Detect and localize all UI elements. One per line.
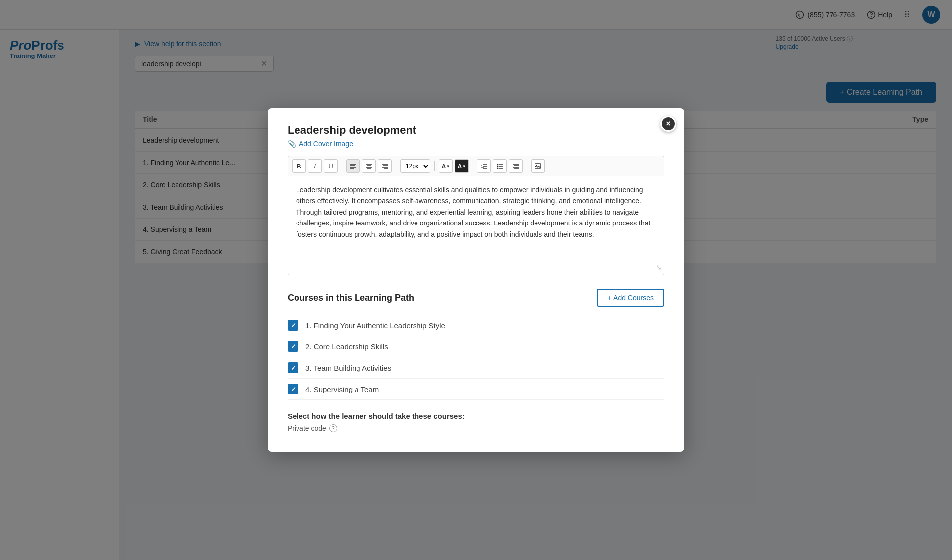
modal-close-button[interactable]: × xyxy=(660,116,676,132)
svg-point-19 xyxy=(497,164,499,166)
align-center-button[interactable] xyxy=(362,159,376,173)
learner-section: Select how the learner should take these… xyxy=(288,412,664,432)
svg-point-20 xyxy=(497,166,499,168)
separator xyxy=(473,161,473,171)
add-courses-button[interactable]: + Add Courses xyxy=(597,289,664,307)
align-left-button[interactable] xyxy=(346,159,360,173)
course-checkbox-2[interactable]: ✓ xyxy=(288,341,298,352)
svg-point-21 xyxy=(497,168,499,169)
course-item-2: ✓ 2. Core Leadership Skills xyxy=(288,336,664,357)
underline-button[interactable]: U xyxy=(324,159,338,173)
font-color-button[interactable]: A▼ xyxy=(439,159,453,173)
course-item-4: ✓ 4. Supervising a Team xyxy=(288,379,664,400)
modal-dialog: × Leadership development 📎 Add Cover Ima… xyxy=(268,108,684,452)
font-bg-color-button[interactable]: A▼ xyxy=(455,159,469,173)
add-cover-image[interactable]: 📎 Add Cover Image xyxy=(288,140,664,148)
separator xyxy=(434,161,435,171)
separator xyxy=(342,161,342,171)
italic-button[interactable]: I xyxy=(308,159,322,173)
separator xyxy=(527,161,527,171)
help-circle-icon[interactable]: ? xyxy=(329,424,337,432)
checkmark-icon: ✓ xyxy=(291,386,296,393)
editor-area[interactable]: Leadership development cultivates essent… xyxy=(288,176,664,275)
courses-header: Courses in this Learning Path + Add Cour… xyxy=(288,289,664,307)
image-button[interactable] xyxy=(531,159,545,173)
unordered-list-button[interactable] xyxy=(493,159,507,173)
course-checkbox-1[interactable]: ✓ xyxy=(288,320,298,331)
bold-button[interactable]: B xyxy=(292,159,306,173)
align-right-button[interactable] xyxy=(378,159,392,173)
indent-button[interactable] xyxy=(509,159,523,173)
checkmark-icon: ✓ xyxy=(291,343,296,350)
checkmark-icon: ✓ xyxy=(291,322,296,329)
resize-handle[interactable]: ⤡ xyxy=(656,262,662,273)
course-checkbox-4[interactable]: ✓ xyxy=(288,384,298,394)
course-item-3: ✓ 3. Team Building Activities xyxy=(288,357,664,379)
course-checkbox-3[interactable]: ✓ xyxy=(288,362,298,373)
course-list: ✓ 1. Finding Your Authentic Leadership S… xyxy=(288,315,664,400)
modal-title: Leadership development xyxy=(288,124,664,137)
font-size-select[interactable]: 12px 14px 16px 18px xyxy=(400,159,430,173)
courses-section: Courses in this Learning Path + Add Cour… xyxy=(288,289,664,400)
separator xyxy=(396,161,396,171)
course-item-1: ✓ 1. Finding Your Authentic Leadership S… xyxy=(288,315,664,336)
editor-toolbar: B I U 12px 14px 16px 18px xyxy=(288,156,664,176)
modal-overlay: × Leadership development 📎 Add Cover Ima… xyxy=(0,0,952,560)
ordered-list-button[interactable]: 1. xyxy=(477,159,491,173)
background-page: (855) 776-7763 Help ⠿ W Pro Profs Traini… xyxy=(0,0,952,560)
private-code: Private code ? xyxy=(288,424,664,432)
checkmark-icon: ✓ xyxy=(291,364,296,372)
paperclip-icon: 📎 xyxy=(288,140,296,148)
